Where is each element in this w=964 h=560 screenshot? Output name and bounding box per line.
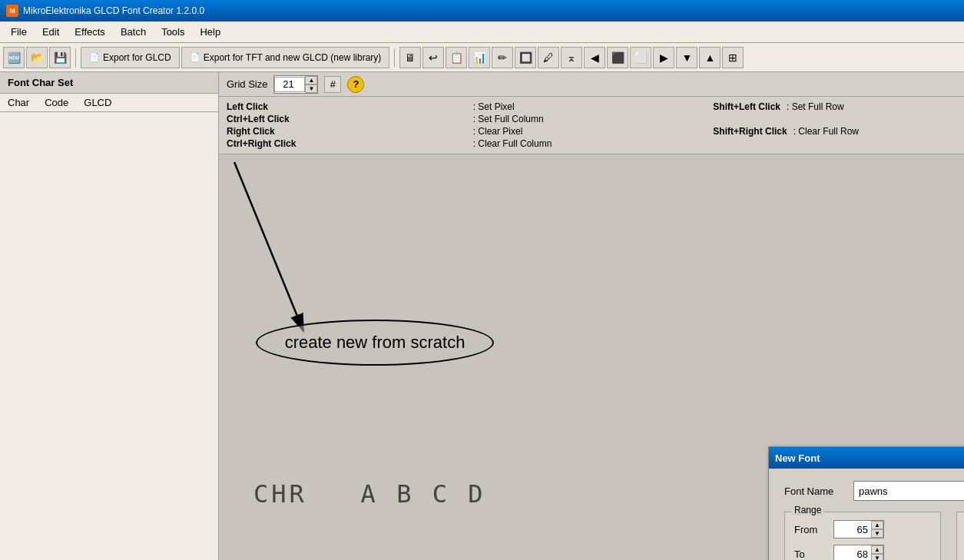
annotation-text: create new from scratch <box>285 333 465 353</box>
font-name-input[interactable] <box>853 481 964 501</box>
hash-button[interactable]: # <box>324 76 341 93</box>
to-up[interactable]: ▲ <box>871 545 883 554</box>
to-spinner[interactable]: ▲ ▼ <box>833 545 884 560</box>
to-label: To <box>794 548 829 560</box>
gridsize-up[interactable]: ▲ <box>305 76 317 84</box>
app-icon: M <box>6 5 18 17</box>
menu-help[interactable]: Help <box>192 23 228 41</box>
gridsize-down[interactable]: ▼ <box>305 84 317 93</box>
tb-icon-14[interactable]: ▲ <box>699 47 721 68</box>
font-name-row: Font Name <box>784 481 964 501</box>
shift-right-val: : Clear Full Row <box>790 126 859 137</box>
tb-icon-12[interactable]: ▶ <box>653 47 674 68</box>
sketch-chars: CHR A B C D <box>253 477 485 509</box>
tb-icon-4[interactable]: 📊 <box>469 47 490 68</box>
char-list[interactable] <box>0 112 218 560</box>
tb-icon-1[interactable]: 🖥 <box>399 47 421 68</box>
col-code: Code <box>45 97 68 108</box>
tb-icon-8[interactable]: ⌅ <box>561 47 582 68</box>
shortcut-bar: Left Click : Set Pixel Shift+Left Click … <box>219 97 964 154</box>
rc-val: : Clear Pixel <box>470 126 714 137</box>
shift-left-val: : Set Full Row <box>783 101 844 112</box>
menu-edit[interactable]: Edit <box>35 23 67 41</box>
ctrl-right-val: : Clear Full Column <box>470 138 714 149</box>
ctrl-left-val: : Set Full Column <box>470 114 714 124</box>
shift-left-key: Shift+Left Click <box>713 101 780 112</box>
menu-batch[interactable]: Batch <box>113 23 154 41</box>
new-button[interactable]: 🆕 <box>3 47 25 68</box>
tb-icon-2[interactable]: ↩ <box>422 47 444 68</box>
lc-key: Left Click <box>227 101 470 112</box>
tb-icon-3[interactable]: 📋 <box>446 47 467 68</box>
main-area: Font Char Set Char Code GLCD Grid Size ▲… <box>0 72 964 560</box>
to-input[interactable] <box>834 545 871 560</box>
gridsize-input[interactable] <box>274 77 305 92</box>
annotation-oval: create new from scratch <box>256 320 494 366</box>
svg-line-0 <box>234 162 303 331</box>
panel-title: Font Char Set <box>0 72 218 94</box>
dialog-titlebar: New Font ✕ <box>769 447 964 469</box>
export-glcd-label: Export for GLCD <box>103 52 171 63</box>
export-glcd-button[interactable]: 📄 Export for GLCD <box>81 47 180 68</box>
from-up[interactable]: ▲ <box>871 521 883 529</box>
dialog-sections: Range From ▲ ▼ <box>784 512 964 560</box>
from-input[interactable] <box>834 521 871 538</box>
range-section-title: Range <box>791 505 824 515</box>
shift-right-key: Shift+Right Click <box>713 126 787 137</box>
menu-effects[interactable]: Effects <box>67 23 113 41</box>
help-button[interactable]: ? <box>347 76 364 93</box>
save-button[interactable]: 💾 <box>49 47 71 68</box>
tb-icon-10[interactable]: ⬛ <box>607 47 628 68</box>
lc-val: : Set Pixel <box>470 101 714 112</box>
gridsize-label: Grid Size <box>227 78 267 90</box>
tb-icon-13[interactable]: ▼ <box>676 47 697 68</box>
tb-icon-5[interactable]: ✏ <box>492 47 513 68</box>
left-panel: Font Char Set Char Code GLCD <box>0 72 219 560</box>
tb-icon-11[interactable]: ⬜ <box>630 47 651 68</box>
tb-icon-7[interactable]: 🖊 <box>538 47 559 68</box>
from-spinner[interactable]: ▲ ▼ <box>833 520 884 538</box>
range-section: Range From ▲ ▼ <box>784 512 941 560</box>
font-name-label: Font Name <box>784 485 846 497</box>
from-label: From <box>794 524 829 535</box>
sep-1 <box>75 48 76 67</box>
sep-2 <box>394 48 395 67</box>
gridsize-bar: Grid Size ▲ ▼ # ? <box>219 72 964 97</box>
export-tft-button[interactable]: 📄 Export for TFT and new GLCD (new libra… <box>181 47 390 68</box>
ctrl-right-key: Ctrl+Right Click <box>227 138 470 149</box>
new-font-dialog: New Font ✕ Font Name Range From <box>768 446 964 560</box>
tb-icon-9[interactable]: ◀ <box>584 47 605 68</box>
gridsize-spinner[interactable]: ▲ ▼ <box>273 75 318 94</box>
toolbar: 🆕 📂 💾 📄 Export for GLCD 📄 Export for TFT… <box>0 43 964 72</box>
menubar: File Edit Effects Batch Tools Help <box>0 22 964 43</box>
tb-icon-6[interactable]: 🔲 <box>515 47 536 68</box>
ctrl-left-key: Ctrl+Left Click <box>227 114 470 124</box>
menu-file[interactable]: File <box>3 23 35 41</box>
app-title: MikroElektronika GLCD Font Creator 1.2.0… <box>23 5 204 16</box>
dialog-title: New Font <box>775 452 820 464</box>
fontsize-section: Font Size Width ▲ ▼ <box>956 512 964 560</box>
rc-key: Right Click <box>227 126 470 137</box>
to-row: To ▲ ▼ <box>794 545 931 560</box>
from-row: From ▲ ▼ <box>794 520 931 538</box>
titlebar: M MikroElektronika GLCD Font Creator 1.2… <box>0 0 964 22</box>
to-down[interactable]: ▼ <box>871 554 883 560</box>
menu-tools[interactable]: Tools <box>154 23 192 41</box>
panel-columns: Char Code GLCD <box>0 94 218 112</box>
canvas-content: create new from scratch CHR A B C D New … <box>219 154 964 560</box>
canvas-area: Grid Size ▲ ▼ # ? Left Click : Set Pixel… <box>219 72 964 560</box>
tb-icon-15[interactable]: ⊞ <box>722 47 744 68</box>
from-down[interactable]: ▼ <box>871 529 883 538</box>
col-glcd: GLCD <box>84 97 111 108</box>
col-char: Char <box>8 97 29 108</box>
open-button[interactable]: 📂 <box>26 47 48 68</box>
dialog-body: Font Name Range From <box>769 469 964 560</box>
export-tft-label: Export for TFT and new GLCD (new library… <box>204 52 382 63</box>
